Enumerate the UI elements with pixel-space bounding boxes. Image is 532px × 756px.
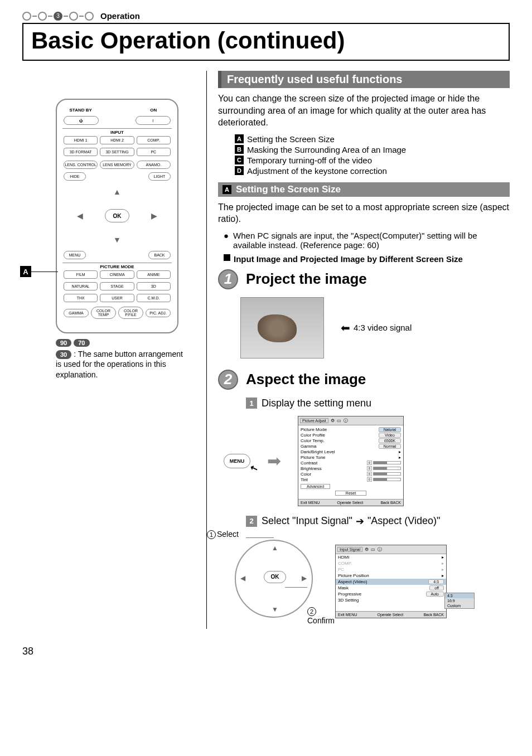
gamma-button[interactable]: GAMMA	[64, 309, 89, 317]
color-pfile-button[interactable]: COLOR P.FILE	[118, 307, 143, 319]
sub-a-bullet-text: When PC signals are input, the "Aspect(C…	[233, 231, 510, 250]
aspect-popup: 4:3 16:9 Custom	[444, 593, 475, 609]
arrow-right-icon: ➡	[267, 451, 281, 471]
step-1-title: Project the image	[246, 270, 367, 288]
menu-button-diagram[interactable]: MENU ↖	[224, 454, 250, 468]
intro-text: You can change the screen size of the pr…	[218, 93, 510, 129]
page-title-block: Basic Operation (continued)	[22, 23, 510, 61]
nav-down[interactable]: ▼	[113, 235, 121, 244]
standby-label: STAND BY	[62, 108, 99, 113]
3d-format-button[interactable]: 3D FORMAT	[64, 148, 98, 156]
ok-button[interactable]: OK	[105, 209, 129, 222]
lens-memory-button[interactable]: LENS MEMORY	[100, 161, 134, 169]
nav-right[interactable]: ▶	[151, 211, 157, 220]
osd1-tab: Picture Adjust	[300, 418, 328, 423]
cinema-button[interactable]: CINEMA	[100, 270, 134, 279]
step-indicator: 3	[22, 12, 94, 21]
marker-b-icon: B	[235, 145, 244, 154]
projected-image-illustration	[240, 297, 324, 358]
confirm-label: Confirm	[307, 616, 335, 625]
osd-picture-adjust: Picture Adjust⚙▭ⓘ Picture ModeNatural Co…	[298, 416, 404, 506]
thx-button[interactable]: THX	[64, 294, 98, 302]
hide-button[interactable]: HIDE	[64, 172, 86, 181]
comp-button[interactable]: COMP.	[137, 136, 171, 144]
remote-diagram: A STAND BY ON ⏻ I INPUT HDMI 1	[22, 99, 190, 333]
pic-adj-button[interactable]: PIC. ADJ.	[146, 309, 171, 317]
ok-button-diagram[interactable]: OK	[264, 571, 286, 583]
subheading-a-text: Setting the Screen Size	[236, 184, 341, 195]
osd-input-signal: Input Signal⚙▭ⓘ HDMI▸ COMP.▸ PC▸ Picture…	[335, 545, 447, 618]
marker-a-icon: A	[223, 185, 231, 194]
pc-button[interactable]: PC	[137, 148, 171, 156]
sub-step-1-number: 1	[246, 398, 257, 409]
page-number: 38	[22, 646, 510, 657]
left-note-text: : The same button arrangement is used fo…	[56, 350, 183, 379]
sub-a-bold: Input Image and Projected Image by Diffe…	[224, 254, 510, 264]
popup-custom[interactable]: Custom	[445, 603, 474, 608]
ref-70: 70	[74, 339, 89, 347]
select-confirm-diagram: 1Select ▲ ▼ ◀ ▶ OK 2Confirm	[224, 534, 324, 629]
step-1: 1 Project the image	[218, 269, 510, 289]
section-label: Operation	[100, 11, 140, 21]
marker-c-icon: C	[235, 156, 244, 164]
standby-button[interactable]: ⏻	[64, 116, 99, 125]
video-signal-label: ⬅ 4:3 video signal	[341, 321, 412, 335]
ref-90: 90	[56, 339, 71, 347]
popup-16-9[interactable]: 16:9	[445, 598, 474, 603]
subheading-a: A Setting the Screen Size	[218, 182, 510, 197]
sub-step-1: 1 Display the setting menu	[246, 398, 510, 409]
hdmi2-button[interactable]: HDMI 2	[100, 136, 134, 144]
sub-step-2-text-b: "Aspect (Video)"	[367, 515, 441, 527]
step-2-number: 2	[218, 370, 238, 390]
film-button[interactable]: FILM	[64, 270, 98, 279]
function-list: ASetting the Screen Size BMasking the Su…	[235, 134, 510, 176]
nav-pad: ▲ ▼ ◀ ▶ OK	[62, 185, 172, 246]
section-heading: Frequently used useful functions	[218, 71, 510, 88]
step-2-title: Aspect the image	[246, 371, 366, 388]
ref-30: 30	[56, 350, 71, 359]
sub-a-text: The projected image can be set to a most…	[218, 201, 510, 225]
nav-left[interactable]: ◀	[77, 211, 83, 220]
list-c: Temporary turning-off of the video	[247, 156, 372, 165]
user-button[interactable]: USER	[100, 294, 134, 302]
sub-step-2-number: 2	[246, 516, 257, 527]
marker-a-icon: A	[235, 134, 244, 143]
select-label: Select	[217, 530, 239, 539]
breadcrumb: 3 Operation	[22, 11, 510, 21]
anamo-button[interactable]: ANAMO.	[137, 161, 171, 169]
popup-4-3[interactable]: 4:3	[445, 593, 474, 598]
hdmi1-button[interactable]: HDMI 1	[64, 136, 98, 144]
3d-setting-button[interactable]: 3D SETTING	[100, 148, 134, 156]
bullet-icon: ●	[224, 231, 229, 250]
cursor-icon: ↖	[249, 462, 259, 474]
picture-mode-label: PICTURE MODE	[62, 263, 172, 269]
page-title: Basic Operation (continued)	[31, 27, 501, 54]
cmd-button[interactable]: C.M.D.	[137, 294, 171, 302]
marker-d-icon: D	[235, 166, 244, 175]
natural-button[interactable]: NATURAL	[64, 282, 98, 290]
3d-button[interactable]: 3D	[137, 282, 171, 290]
on-button[interactable]: I	[136, 116, 171, 125]
arrow-left-icon: ⬅	[341, 321, 350, 335]
lens-control-button[interactable]: LENS. CONTROL	[64, 161, 98, 169]
on-label: ON	[136, 108, 172, 113]
square-icon	[224, 254, 230, 261]
list-d: Adjustment of the keystone correction	[247, 166, 387, 176]
anime-button[interactable]: ANIME	[137, 270, 171, 279]
color-temp-button[interactable]: COLOR TEMP	[91, 307, 116, 319]
light-button[interactable]: LIGHT	[148, 172, 171, 181]
marker-a: A	[20, 266, 31, 277]
sub-step-2-text-a: Select "Input Signal"	[262, 515, 352, 527]
nav-up[interactable]: ▲	[113, 187, 121, 196]
sub-step-2: 2 Select "Input Signal" ➔ "Aspect (Video…	[246, 515, 510, 527]
stage-button[interactable]: STAGE	[100, 282, 134, 290]
menu-button[interactable]: MENU	[64, 251, 86, 259]
sub-a-bullet: ● When PC signals are input, the "Aspect…	[224, 231, 510, 250]
osd2-tab: Input Signal	[337, 547, 362, 552]
step-active: 3	[54, 12, 62, 21]
sub-step-1-text: Display the setting menu	[262, 398, 371, 409]
left-note: 30 : The same button arrangement is used…	[56, 349, 190, 380]
step-2: 2 Aspect the image	[218, 370, 510, 390]
back-button[interactable]: BACK	[148, 251, 171, 259]
arrow-right-icon: ➔	[356, 515, 364, 527]
